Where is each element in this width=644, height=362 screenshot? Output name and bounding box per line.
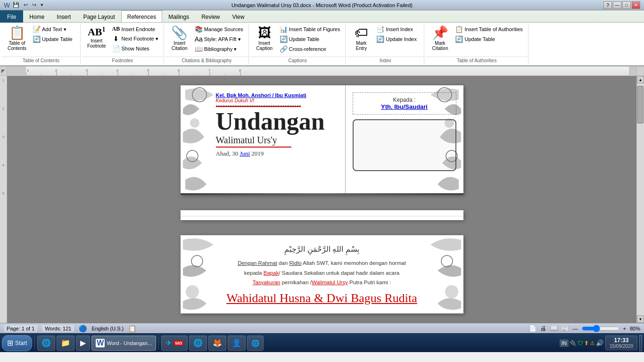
show-notes-button[interactable]: 📄 Show Notes — [110, 44, 161, 53]
add-text-button[interactable]: 📝 Add Text ▾ — [30, 25, 77, 34]
close-btn[interactable]: ✕ — [632, 1, 640, 9]
insert-citation-button[interactable]: 📎 InsertCitation — [168, 25, 191, 53]
tab-review[interactable]: Review — [195, 11, 226, 22]
minimize-btn[interactable]: — — [613, 1, 621, 9]
insert-index-icon: 📑 — [376, 25, 384, 33]
group-index: 🏷 MarkEntry 📑 Insert Index 🔄 Update Inde… — [347, 24, 424, 64]
mark-entry-icon: 🏷 — [355, 26, 368, 40]
footnotes-group-label: Footnotes — [82, 57, 164, 63]
show-notes-label: Show Notes — [122, 46, 149, 51]
citations-group-label: Citations & Bibliography — [165, 57, 248, 63]
update-table-auth-button[interactable]: 🔄 Update Table — [453, 34, 525, 44]
update-table-auth-icon: 🔄 — [455, 35, 462, 43]
insert-caption-button[interactable]: 🖼 InsertCaption — [253, 25, 276, 53]
group-table-of-contents: 📋 Table ofContents 📝 Add Text ▾ 🔄 Update… — [2, 24, 81, 64]
authorities-buttons: 📌 MarkCitation 📋 Insert Table of Authori… — [428, 25, 525, 57]
words-status: Words: 121 — [42, 325, 74, 332]
tab-file[interactable]: File — [0, 10, 23, 23]
view-web-btn[interactable]: 📖 — [550, 325, 558, 332]
taskbar-app[interactable]: 👤 — [228, 336, 246, 351]
main-area: 1 2 3 4 5 — [0, 76, 644, 323]
scroll-track[interactable] — [637, 83, 644, 315]
taskbar-chrome[interactable]: 🌐 — [189, 336, 207, 351]
tab-references[interactable]: References — [121, 10, 162, 22]
redo-qa-btn[interactable]: ↪ — [31, 1, 38, 8]
invite-line3: Tasyakuran pernikahan /Walimatul Ursy Pu… — [253, 280, 391, 285]
toc-label: Table ofContents — [8, 41, 26, 51]
cross-reference-button[interactable]: 🔗 Cross-reference — [277, 44, 343, 54]
tab-insert[interactable]: Insert — [50, 11, 77, 22]
update-table-toc-button[interactable]: 🔄 Update Table — [30, 34, 77, 44]
date-prefix: Ahad, 30 — [216, 150, 240, 157]
document-area[interactable]: Kel. Bpk Moh. Anshori / Ibu Kusmiati Ked… — [7, 76, 636, 323]
ie-icon: 🌐 — [41, 338, 51, 347]
document-page-1: Kel. Bpk Moh. Anshori / Ibu Kusmiati Ked… — [181, 85, 463, 195]
svg-point-29 — [445, 118, 454, 128]
scroll-up-button[interactable]: ▲ — [637, 76, 644, 83]
insert-endnote-button[interactable]: AB Insert Endnote — [110, 25, 161, 33]
insert-index-button[interactable]: 📑 Insert Index — [374, 25, 421, 34]
floral-left-decor — [181, 85, 218, 195]
proofing-icon: 📋 — [128, 325, 136, 332]
next-footnote-button[interactable]: ⬇ Next Footnote ▾ — [110, 34, 161, 43]
volume-icon[interactable]: 🔊 — [596, 339, 603, 346]
clock-date: 15/09/2020 — [610, 344, 633, 349]
ribbon-tabs: File Home Insert Page Layout References … — [0, 10, 644, 23]
table-of-contents-button[interactable]: 📋 Table ofContents — [5, 25, 29, 53]
update-index-button[interactable]: 🔄 Update Index — [374, 34, 421, 44]
vertical-scrollbar[interactable]: ▲ ▼ — [636, 76, 644, 323]
tab-mailings[interactable]: Mailings — [162, 11, 195, 22]
insert-toa-label: Insert Table of Authorities — [464, 26, 522, 32]
taskbar-explorer[interactable]: 📁 — [57, 336, 74, 351]
show-notes-icon: 📄 — [112, 45, 120, 52]
svg-text:7: 7 — [208, 68, 211, 73]
zoom-out-btn[interactable]: — — [573, 326, 578, 331]
insert-table-figures-button[interactable]: 📊 Insert Table of Figures — [277, 25, 343, 34]
scroll-down-button[interactable]: ▼ — [637, 315, 644, 323]
show-desktop-btn[interactable] — [639, 335, 642, 351]
qa-dropdown[interactable]: ▾ — [39, 1, 45, 8]
taskbar-word[interactable]: W Word - Undangan... — [91, 336, 156, 351]
mark-entry-button[interactable]: 🏷 MarkEntry — [349, 25, 373, 53]
save-qa-btn[interactable]: 💾 — [11, 1, 21, 8]
mark-entry-label: MarkEntry — [356, 41, 367, 51]
taskbar-firefox[interactable]: 🦊 — [208, 336, 226, 351]
start-button[interactable]: ⊞ Start — [2, 335, 32, 351]
index-buttons: 🏷 MarkEntry 📑 Insert Index 🔄 Update Inde… — [349, 25, 421, 57]
update-table-captions-button[interactable]: 🔄 Update Table — [277, 34, 343, 44]
tab-view[interactable]: View — [226, 11, 251, 22]
update-table-auth-label: Update Table — [464, 36, 495, 42]
ruler-container: ◤ 1 2 3 4 5 6 7 8 — [0, 66, 644, 76]
zoom-slider[interactable] — [582, 326, 619, 331]
word-icon: W — [4, 1, 10, 9]
tab-home[interactable]: Home — [23, 11, 50, 22]
scroll-thumb[interactable] — [637, 86, 644, 123]
document-page-gap-2 — [181, 210, 463, 220]
taskbar-network[interactable]: 🌐 — [247, 336, 264, 351]
insert-footnote-button[interactable]: AB1 InsertFootnote — [84, 25, 108, 50]
view-print-btn[interactable]: 📄 — [529, 325, 537, 332]
maximize-btn[interactable]: □ — [622, 1, 631, 9]
insert-toa-button[interactable]: 📋 Insert Table of Authorities — [453, 25, 525, 34]
bibliography-button[interactable]: 📖 Bibliography ▾ — [192, 44, 246, 54]
insert-caption-icon: 🖼 — [258, 26, 271, 40]
undo-qa-btn[interactable]: ↩ — [22, 1, 29, 8]
view-outline-btn[interactable]: 📰 — [561, 325, 569, 332]
mark-citation-button[interactable]: 📌 MarkCitation — [428, 25, 452, 53]
index-small-group: 📑 Insert Index 🔄 Update Index — [374, 25, 421, 44]
network-icon: 🌐 — [251, 339, 259, 347]
style-dropdown[interactable]: Aa Style: APA Fift ▾ — [192, 34, 246, 44]
captions-group-label: Captions — [250, 57, 346, 63]
taskbar-telegram[interactable]: ✈ 583 — [161, 336, 188, 351]
toc-group-label: Table of Contents — [2, 57, 80, 63]
taskbar-media[interactable]: ▶ — [76, 336, 90, 351]
bibliography-label: Bibliography ▾ — [204, 46, 237, 52]
taskbar-ie[interactable]: 🌐 — [37, 336, 55, 351]
zoom-in-btn[interactable]: + — [623, 326, 626, 331]
manage-sources-button[interactable]: 📚 Manage Sources — [192, 25, 246, 34]
help-btn[interactable]: ? — [603, 1, 612, 9]
view-fullscreen-btn[interactable]: 🖨 — [540, 325, 546, 332]
tab-page-layout[interactable]: Page Layout — [77, 11, 121, 22]
clock-time: 17:33 — [610, 337, 633, 344]
insert-tof-icon: 📊 — [280, 25, 287, 33]
